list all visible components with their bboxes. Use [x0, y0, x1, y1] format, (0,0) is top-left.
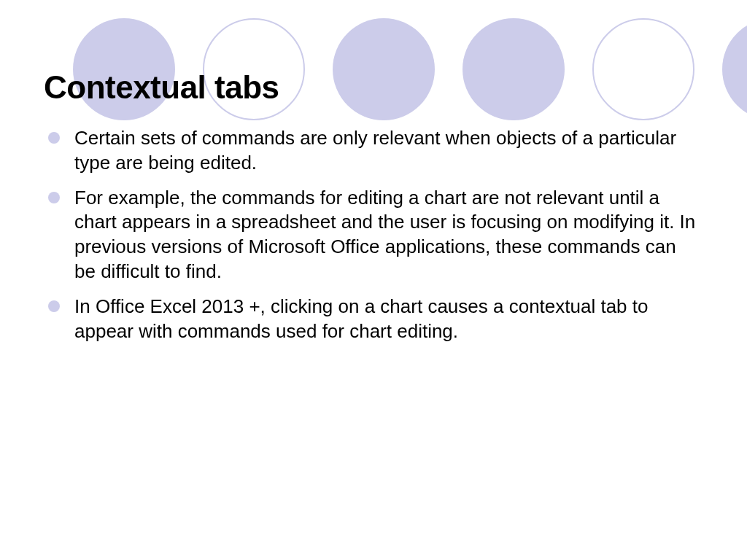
- bullet-list: Certain sets of commands are only releva…: [44, 126, 696, 343]
- slide-title: Contextual tabs: [44, 69, 696, 106]
- bullet-item: For example, the commands for editing a …: [66, 186, 696, 284]
- bullet-item: In Office Excel 2013 +, clicking on a ch…: [66, 295, 696, 344]
- bullet-item: Certain sets of commands are only releva…: [66, 126, 696, 176]
- slide-content: Contextual tabs Certain sets of commands…: [0, 0, 747, 343]
